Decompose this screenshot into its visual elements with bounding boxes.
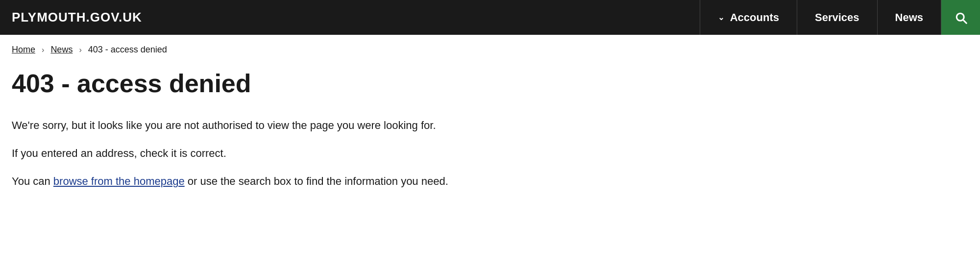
page-title: 403 - access denied bbox=[12, 70, 674, 98]
services-label: Services bbox=[815, 11, 859, 24]
body-paragraph-3-after: or use the search box to find the inform… bbox=[185, 175, 448, 187]
logo-area: PLYMOUTH.GOV.UK bbox=[0, 0, 700, 35]
nav-accounts[interactable]: ⌄ Accounts bbox=[700, 0, 797, 35]
nav-news[interactable]: News bbox=[877, 0, 941, 35]
breadcrumb-separator-1: › bbox=[42, 46, 44, 54]
breadcrumb-separator-2: › bbox=[79, 46, 81, 54]
body-paragraph-1: We're sorry, but it looks like you are n… bbox=[12, 117, 674, 133]
body-paragraph-2: If you entered an address, check it is c… bbox=[12, 145, 674, 161]
body-paragraph-3-before: You can bbox=[12, 175, 53, 187]
news-label: News bbox=[895, 11, 923, 24]
chevron-down-icon: ⌄ bbox=[718, 13, 724, 22]
site-header: PLYMOUTH.GOV.UK ⌄ Accounts Services News bbox=[0, 0, 980, 35]
breadcrumb: Home › News › 403 - access denied bbox=[0, 35, 980, 60]
main-content: 403 - access denied We're sorry, but it … bbox=[0, 60, 686, 221]
breadcrumb-current: 403 - access denied bbox=[88, 45, 167, 54]
homepage-link[interactable]: browse from the homepage bbox=[53, 175, 185, 187]
site-logo: PLYMOUTH.GOV.UK bbox=[12, 10, 142, 25]
body-paragraph-3: You can browse from the homepage or use … bbox=[12, 173, 674, 189]
breadcrumb-news[interactable]: News bbox=[50, 45, 73, 54]
breadcrumb-home[interactable]: Home bbox=[12, 45, 35, 54]
search-button[interactable] bbox=[941, 0, 980, 35]
accounts-label: Accounts bbox=[730, 11, 779, 24]
main-nav: ⌄ Accounts Services News bbox=[700, 0, 980, 35]
nav-services[interactable]: Services bbox=[797, 0, 877, 35]
search-icon bbox=[954, 10, 968, 25]
